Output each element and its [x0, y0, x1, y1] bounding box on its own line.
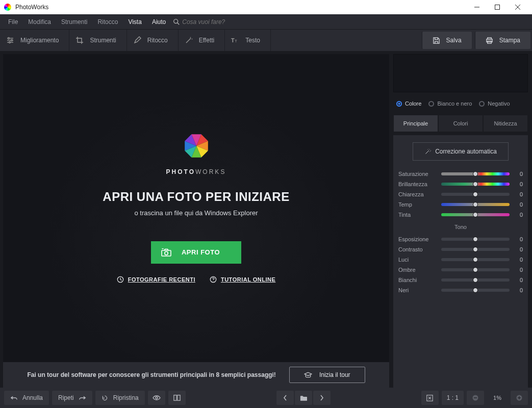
folder-icon: [300, 395, 307, 401]
camera-icon: +: [161, 248, 171, 257]
redo-button[interactable]: Ripeti: [52, 391, 92, 405]
slider-temp[interactable]: [441, 203, 510, 206]
reset-button[interactable]: Ripristina: [95, 391, 145, 405]
actual-size-button[interactable]: 1 : 1: [442, 391, 464, 405]
crop-icon: [75, 36, 84, 44]
svg-line-5: [178, 22, 180, 24]
tab-tools[interactable]: Strumenti: [69, 30, 126, 51]
svg-point-10: [11, 40, 13, 41]
main-toolbar: Miglioramento Strumenti Ritocco Effetti …: [0, 30, 532, 51]
eye-icon: [153, 395, 161, 400]
status-bar: Annulla Ripeti Ripristina 1 : 1 1%: [0, 388, 532, 408]
tab-enhance[interactable]: Miglioramento: [0, 30, 69, 51]
tour-bar: Fai un tour del software per conoscere g…: [3, 362, 389, 388]
print-button[interactable]: Stampa: [475, 32, 530, 49]
slider-saturation-label: Saturazione: [398, 171, 437, 177]
compare-button[interactable]: [168, 391, 186, 405]
svg-point-4: [174, 19, 178, 23]
save-icon: [433, 37, 440, 44]
slider-whites[interactable]: [441, 278, 510, 282]
color-mode-radios: Colore Bianco e nero Negativo: [393, 95, 528, 112]
slider-clarity-label: Chiarezza: [398, 191, 437, 197]
chevron-right-icon: [320, 395, 324, 401]
close-button[interactable]: [508, 0, 528, 14]
tab-retouch-label: Ritocco: [147, 37, 168, 44]
canvas-area: PHOTOWORKS APRI UNA FOTO PER INIZIARE o …: [3, 54, 389, 388]
fit-icon: [426, 395, 433, 401]
slider-tint[interactable]: [441, 213, 510, 216]
right-sidebar: Colore Bianco e nero Negativo Principale…: [389, 51, 532, 388]
tour-text: Fai un tour del software per conoscere g…: [27, 371, 275, 378]
tab-effects[interactable]: Effetti: [179, 30, 225, 51]
menu-edit[interactable]: Modifica: [23, 15, 56, 29]
tour-button-label: Inizia il tour: [319, 371, 350, 378]
menu-retouch[interactable]: Ritocco: [92, 15, 123, 29]
fit-button[interactable]: [421, 391, 439, 405]
slider-exposure[interactable]: [441, 238, 510, 241]
slider-tint-label: Tinta: [398, 212, 437, 218]
compare-icon: [173, 394, 181, 401]
save-button[interactable]: Salva: [422, 32, 472, 49]
tab-tools-label: Strumenti: [90, 37, 116, 44]
save-label: Salva: [446, 37, 462, 44]
recent-photos-link[interactable]: FOTOGRAFIE RECENTI: [117, 276, 195, 283]
slider-saturation[interactable]: [441, 172, 510, 175]
svg-rect-32: [178, 395, 180, 401]
menu-view[interactable]: Vista: [123, 15, 146, 29]
svg-text:T: T: [231, 37, 235, 43]
menu-file[interactable]: File: [3, 15, 23, 29]
radio-color[interactable]: Colore: [396, 100, 421, 107]
brand-text: PHOTOWORKS: [166, 168, 226, 175]
search-icon: [173, 18, 180, 26]
maximize-button[interactable]: [487, 0, 508, 14]
slider-contrast-label: Contrasto: [398, 246, 437, 252]
welcome-screen: PHOTOWORKS APRI UNA FOTO PER INIZIARE o …: [3, 54, 389, 359]
radio-bw[interactable]: Bianco e nero: [428, 100, 472, 107]
slider-contrast[interactable]: [441, 248, 510, 251]
start-tour-button[interactable]: Inizia il tour: [289, 367, 365, 383]
slider-brilliance-label: Brillantezza: [398, 181, 437, 187]
slider-clarity[interactable]: [441, 193, 510, 196]
undo-button[interactable]: Annulla: [4, 391, 49, 405]
text-icon: TT: [231, 36, 239, 44]
tab-text[interactable]: TT Testo: [225, 30, 271, 51]
zoom-in-button[interactable]: [511, 391, 528, 405]
auto-correct-button[interactable]: Correzione automatica: [413, 142, 509, 161]
tab-sharpness[interactable]: Nitidezza: [483, 115, 528, 132]
slider-shadows[interactable]: [441, 268, 510, 271]
tab-text-label: Testo: [245, 37, 260, 44]
browse-button[interactable]: [295, 391, 312, 405]
app-logo-large-icon: [181, 131, 212, 161]
brush-icon: [133, 36, 141, 44]
svg-point-9: [8, 38, 10, 39]
zoom-value: 1%: [487, 395, 508, 401]
sliders-icon: [6, 36, 14, 44]
search-input[interactable]: [182, 18, 264, 26]
next-button[interactable]: [313, 391, 331, 405]
svg-point-11: [9, 42, 11, 43]
tutorial-link[interactable]: TUTORIAL ONLINE: [210, 276, 275, 283]
title-bar: PhotoWorks: [0, 0, 532, 14]
slider-exposure-label: Esposizione: [398, 236, 437, 242]
tab-retouch[interactable]: Ritocco: [127, 30, 179, 51]
preview-toggle-button[interactable]: [148, 391, 165, 405]
menu-help[interactable]: Aiuto: [147, 15, 171, 29]
slider-highlights-label: Luci: [398, 257, 437, 263]
open-photo-button[interactable]: + APRI FOTO: [151, 241, 241, 264]
svg-rect-31: [174, 395, 176, 401]
slider-highlights[interactable]: [441, 258, 510, 261]
radio-negative[interactable]: Negativo: [479, 100, 510, 107]
menu-tools[interactable]: Strumenti: [56, 15, 92, 29]
slider-temp-label: Temp: [398, 201, 437, 208]
adjustment-tabs: Principale Colori Nitidezza: [393, 115, 528, 132]
zoom-out-button[interactable]: [467, 391, 484, 405]
tab-colors[interactable]: Colori: [438, 115, 483, 132]
minimize-button[interactable]: [467, 0, 487, 14]
print-label: Stampa: [499, 37, 520, 44]
menu-bar: File Modifica Strumenti Ritocco Vista Ai…: [0, 14, 532, 30]
prev-button[interactable]: [276, 391, 294, 405]
slider-brilliance[interactable]: [441, 183, 510, 186]
window-title: PhotoWorks: [15, 4, 467, 11]
tab-main[interactable]: Principale: [393, 115, 438, 132]
slider-blacks[interactable]: [441, 289, 510, 292]
